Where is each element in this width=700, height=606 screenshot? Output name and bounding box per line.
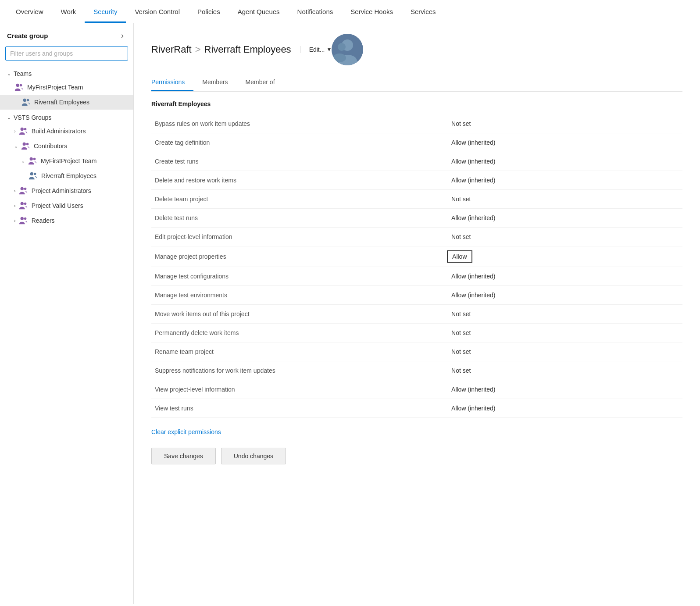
collapse-sidebar-button[interactable]: › bbox=[118, 30, 126, 41]
nav-item-agent-queues[interactable]: Agent Queues bbox=[229, 0, 289, 23]
build-admins-label: Build Administrators bbox=[32, 128, 86, 135]
permission-value: Not set bbox=[443, 190, 682, 209]
contributors-riverraft-label: Riverraft Employees bbox=[41, 172, 96, 179]
contributors-myfirstproject-header[interactable]: ⌄ MyFirstProject Team bbox=[0, 153, 133, 168]
breadcrumb-separator: > bbox=[195, 44, 201, 55]
svg-point-22 bbox=[333, 53, 346, 62]
tab-member-of[interactable]: Member of bbox=[246, 74, 284, 91]
project-admins-header[interactable]: › Project Administrators bbox=[0, 183, 133, 198]
nav-item-overview[interactable]: Overview bbox=[7, 0, 52, 23]
myfirstproject-team-header[interactable]: MyFirstProject Team bbox=[0, 80, 133, 95]
permission-name: Create tag definition bbox=[151, 133, 443, 152]
svg-point-8 bbox=[30, 157, 33, 160]
permission-value: Not set bbox=[443, 342, 682, 361]
nav-item-security[interactable]: Security bbox=[85, 0, 126, 23]
svg-point-6 bbox=[23, 143, 26, 146]
content-area: RiverRaft > Riverraft Employees Edit... … bbox=[134, 23, 700, 604]
group-icon bbox=[14, 82, 24, 92]
permission-value[interactable]: Allow bbox=[443, 246, 682, 267]
table-row: Permanently delete work itemsNot set bbox=[151, 324, 682, 342]
svg-point-12 bbox=[20, 187, 23, 190]
riverraft-employees-item[interactable]: Riverraft Employees bbox=[0, 95, 133, 110]
table-row: View test runsAllow (inherited) bbox=[151, 399, 682, 418]
project-valid-users-icon bbox=[18, 201, 28, 210]
table-row: Rename team projectNot set bbox=[151, 342, 682, 361]
permission-value: Not set bbox=[443, 228, 682, 246]
nav-item-notifications[interactable]: Notifications bbox=[289, 0, 342, 23]
project-valid-users-chevron: › bbox=[14, 203, 16, 208]
table-row: Manage test configurationsAllow (inherit… bbox=[151, 267, 682, 286]
permissions-table: Bypass rules on work item updatesNot set… bbox=[151, 114, 682, 418]
svg-point-15 bbox=[24, 203, 27, 205]
sidebar-header: Create group › bbox=[0, 30, 133, 46]
table-row: Move work items out of this projectNot s… bbox=[151, 305, 682, 324]
contributors-label: Contributors bbox=[34, 143, 67, 150]
permission-name: Move work items out of this project bbox=[151, 305, 443, 324]
table-row: Manage project propertiesAllow bbox=[151, 246, 682, 267]
permission-name: Delete test runs bbox=[151, 209, 443, 228]
contributors-riverraft-item[interactable]: Riverraft Employees bbox=[0, 168, 133, 183]
permission-value: Not set bbox=[443, 114, 682, 133]
project-valid-users-header[interactable]: › Project Valid Users bbox=[0, 198, 133, 213]
create-group-title: Create group bbox=[7, 32, 48, 39]
filter-input[interactable] bbox=[5, 46, 128, 61]
permission-name: Permanently delete work items bbox=[151, 324, 443, 342]
contributors-myfirstproject-label: MyFirstProject Team bbox=[41, 157, 96, 164]
tab-members[interactable]: Members bbox=[202, 74, 236, 91]
table-row: Create test runsAllow (inherited) bbox=[151, 152, 682, 171]
nav-item-work[interactable]: Work bbox=[52, 0, 85, 23]
svg-point-2 bbox=[23, 99, 26, 102]
group-avatar bbox=[332, 34, 363, 65]
top-nav: Overview Work Security Version Control P… bbox=[0, 0, 700, 23]
permission-value: Not set bbox=[443, 324, 682, 342]
breadcrumb-project: RiverRaft bbox=[151, 44, 192, 55]
teams-label: Teams bbox=[14, 70, 32, 77]
svg-point-9 bbox=[33, 158, 36, 160]
readers-chevron: › bbox=[14, 218, 16, 223]
teams-group-header[interactable]: ⌄ Teams bbox=[0, 68, 133, 80]
edit-dropdown-button[interactable]: Edit... ▼ bbox=[300, 46, 332, 53]
permission-name: Manage test configurations bbox=[151, 267, 443, 286]
permission-value: Allow (inherited) bbox=[443, 133, 682, 152]
permission-value: Allow (inherited) bbox=[443, 152, 682, 171]
svg-point-10 bbox=[30, 172, 33, 175]
permission-name: Rename team project bbox=[151, 342, 443, 361]
undo-changes-button[interactable]: Undo changes bbox=[221, 448, 286, 464]
contributors-myfirstproject-icon bbox=[28, 156, 37, 166]
nav-item-policies[interactable]: Policies bbox=[189, 0, 229, 23]
build-admins-header[interactable]: › Build Administrators bbox=[0, 124, 133, 139]
permission-name: Bypass rules on work item updates bbox=[151, 114, 443, 133]
permission-value: Allow (inherited) bbox=[443, 171, 682, 190]
project-admins-label: Project Administrators bbox=[32, 187, 91, 194]
permission-name: Suppress notifications for work item upd… bbox=[151, 361, 443, 380]
table-row: Delete team projectNot set bbox=[151, 190, 682, 209]
nav-item-version-control[interactable]: Version Control bbox=[126, 0, 189, 23]
tab-permissions[interactable]: Permissions bbox=[151, 74, 193, 91]
breadcrumb-group: Riverraft Employees bbox=[204, 44, 291, 55]
svg-point-14 bbox=[20, 202, 23, 205]
svg-point-5 bbox=[24, 128, 27, 131]
svg-point-17 bbox=[24, 217, 27, 220]
readers-icon bbox=[18, 216, 28, 225]
readers-header[interactable]: › Readers bbox=[0, 213, 133, 228]
contributors-header[interactable]: ⌄ Contributors bbox=[0, 139, 133, 153]
vsts-groups-header[interactable]: ⌄ VSTS Groups bbox=[0, 111, 133, 124]
permission-name: Edit project-level information bbox=[151, 228, 443, 246]
permission-name: Manage project properties bbox=[151, 246, 443, 267]
permission-name: Delete and restore work items bbox=[151, 171, 443, 190]
permission-value: Allow (inherited) bbox=[443, 380, 682, 399]
save-changes-button[interactable]: Save changes bbox=[151, 448, 216, 464]
build-admins-chevron: › bbox=[14, 128, 16, 134]
contributors-chevron: ⌄ bbox=[14, 143, 18, 149]
clear-explicit-permissions-link[interactable]: Clear explicit permissions bbox=[151, 428, 221, 435]
svg-point-0 bbox=[16, 84, 19, 87]
vsts-chevron: ⌄ bbox=[7, 115, 11, 121]
project-admins-chevron: › bbox=[14, 188, 16, 193]
table-row: Manage test environmentsAllow (inherited… bbox=[151, 286, 682, 305]
nav-item-service-hooks[interactable]: Service Hooks bbox=[342, 0, 402, 23]
sidebar: Create group › ⌄ Teams MyFirstProject Te… bbox=[0, 23, 134, 604]
permission-value: Allow (inherited) bbox=[443, 267, 682, 286]
nav-item-services[interactable]: Services bbox=[402, 0, 445, 23]
riverraft-employees-label: Riverraft Employees bbox=[34, 99, 89, 106]
permission-name: View project-level information bbox=[151, 380, 443, 399]
